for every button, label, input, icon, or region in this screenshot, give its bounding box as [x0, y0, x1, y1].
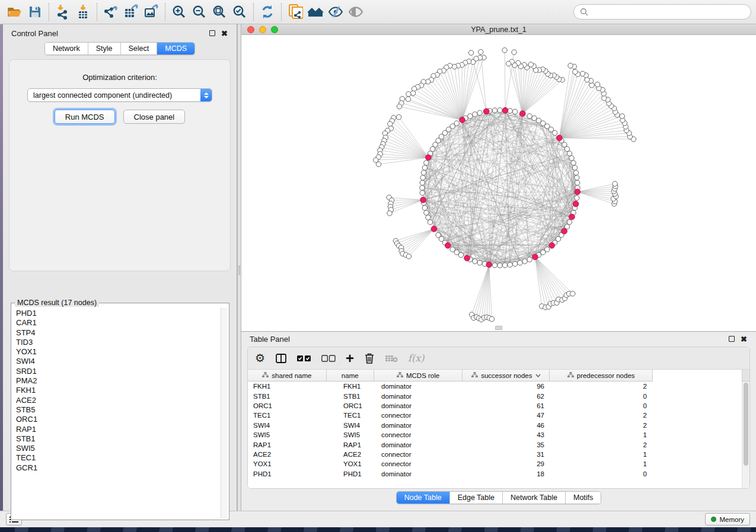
mcds-node-item[interactable]: PMA2 — [16, 376, 221, 386]
network-leaf-node[interactable] — [396, 115, 401, 120]
network-node[interactable] — [420, 185, 425, 190]
table-scrollbar[interactable] — [742, 382, 749, 488]
table-tab-motifs[interactable]: Motifs — [566, 492, 601, 504]
mcds-hub-node[interactable] — [562, 228, 567, 234]
import-table-icon[interactable] — [73, 2, 93, 21]
network-node[interactable] — [545, 247, 550, 252]
network-leaf-node[interactable] — [376, 162, 381, 166]
network-leaf-node[interactable] — [580, 71, 585, 76]
network-node[interactable] — [430, 146, 435, 151]
network-canvas[interactable] — [241, 35, 756, 331]
home-icon[interactable] — [305, 2, 326, 21]
network-leaf-node[interactable] — [573, 69, 578, 74]
horizontal-splitter-grip[interactable] — [495, 326, 502, 330]
panel-splitter[interactable] — [237, 24, 241, 511]
mcds-node-item[interactable]: STB5 — [16, 405, 221, 415]
network-leaf-node[interactable] — [613, 181, 617, 186]
network-node[interactable] — [426, 215, 430, 220]
memory-button[interactable]: Memory — [705, 513, 750, 525]
mcds-result-list[interactable]: PHD1CAR1STP4TID3YOX1SWI4SRD1PMA2FKH1ACE2… — [12, 307, 221, 518]
mcds-node-item[interactable]: FKH1 — [16, 386, 221, 395]
mcds-node-item[interactable]: GCR1 — [16, 463, 221, 473]
mcds-hub-node[interactable] — [575, 189, 580, 195]
network-leaf-node[interactable] — [406, 97, 410, 101]
table-tab-edge-table[interactable]: Edge Table — [450, 492, 503, 504]
network-node[interactable] — [522, 259, 527, 264]
network-node[interactable] — [527, 257, 532, 262]
mcds-hub-node[interactable] — [502, 108, 508, 114]
network-node[interactable] — [536, 118, 541, 123]
network-node[interactable] — [497, 108, 502, 113]
network-node[interactable] — [421, 170, 426, 175]
mcds-node-item[interactable]: STB1 — [16, 434, 221, 444]
save-icon[interactable] — [25, 2, 45, 21]
column-header-MCDS-role[interactable]: MCDS role — [374, 370, 463, 381]
column-header-shared-name[interactable]: shared name — [248, 370, 327, 381]
show-columns-icon[interactable] — [275, 351, 287, 366]
network-window-titlebar[interactable]: YPA_prune.txt_1 — [241, 24, 756, 35]
network-graph[interactable] — [241, 35, 756, 331]
network-node[interactable] — [492, 263, 497, 268]
table-row[interactable]: STB1STB1dominator620 — [248, 391, 749, 400]
network-node[interactable] — [502, 263, 507, 268]
table-scrollbar-thumb[interactable] — [744, 383, 748, 466]
network-node[interactable] — [512, 261, 517, 266]
network-leaf-node[interactable] — [589, 83, 594, 88]
mcds-node-item[interactable]: SRD1 — [16, 367, 221, 376]
table-row[interactable]: ACE2ACE2connector311 — [248, 450, 749, 459]
network-node[interactable] — [428, 220, 432, 225]
network-node[interactable] — [573, 170, 578, 175]
import-network-icon[interactable] — [53, 2, 73, 21]
network-leaf-node[interactable] — [406, 254, 411, 259]
add-row-icon[interactable]: + — [346, 351, 354, 366]
network-node[interactable] — [512, 109, 517, 114]
float-table-panel-icon[interactable] — [729, 336, 735, 342]
mcds-node-item[interactable]: ORC1 — [16, 415, 221, 424]
mcds-hub-node[interactable] — [460, 117, 465, 123]
float-panel-icon[interactable] — [209, 30, 215, 36]
network-node[interactable] — [424, 210, 429, 215]
mcds-hub-node[interactable] — [483, 108, 489, 114]
network-node[interactable] — [458, 252, 463, 257]
search-input[interactable] — [592, 8, 745, 16]
search-field[interactable] — [573, 4, 751, 20]
network-node[interactable] — [518, 260, 522, 265]
tab-select[interactable]: Select — [121, 43, 158, 55]
zoom-selected-icon[interactable] — [229, 2, 250, 21]
tab-mcds[interactable]: MCDS — [157, 43, 194, 55]
mcds-hub-node[interactable] — [464, 255, 470, 261]
network-leaf-node[interactable] — [506, 61, 511, 66]
mcds-node-item[interactable]: ACE2 — [16, 396, 221, 405]
open-folder-icon[interactable] — [5, 2, 25, 21]
close-panel-button[interactable]: Close panel — [123, 110, 186, 124]
network-leaf-node[interactable] — [489, 316, 494, 321]
network-node[interactable] — [575, 180, 580, 185]
mcds-node-item[interactable]: STP4 — [16, 328, 221, 338]
network-node[interactable] — [569, 156, 574, 161]
mcds-list-scrollbar[interactable] — [221, 307, 228, 518]
mcds-hub-node[interactable] — [445, 243, 451, 249]
network-node[interactable] — [420, 175, 425, 180]
network-leaf-node[interactable] — [387, 211, 392, 216]
mcds-hub-node[interactable] — [557, 135, 563, 141]
network-node[interactable] — [508, 262, 512, 267]
network-leaf-node[interactable] — [570, 291, 575, 296]
table-row[interactable]: PHD1PHD1dominator180 — [248, 469, 749, 479]
network-leaf-node[interactable] — [568, 63, 573, 68]
export-network-icon[interactable] — [101, 2, 121, 21]
network-node[interactable] — [571, 161, 576, 165]
network-node[interactable] — [422, 165, 427, 170]
network-leaf-node[interactable] — [479, 49, 483, 54]
network-node[interactable] — [473, 259, 477, 264]
mcds-node-item[interactable]: TID3 — [16, 338, 221, 347]
mcds-node-item[interactable]: PHD1 — [16, 309, 221, 318]
network-leaf-node[interactable] — [585, 77, 589, 82]
mcds-hub-node[interactable] — [549, 243, 555, 249]
column-header-name[interactable]: name — [327, 370, 374, 381]
mcds-hub-node[interactable] — [569, 214, 575, 220]
mcds-node-item[interactable]: CAR1 — [16, 318, 221, 328]
table-row[interactable]: RAP1RAP1dominator352 — [248, 440, 749, 449]
network-leaf-node[interactable] — [512, 50, 516, 55]
network-node[interactable] — [477, 260, 482, 265]
mcds-hub-node[interactable] — [420, 197, 426, 203]
